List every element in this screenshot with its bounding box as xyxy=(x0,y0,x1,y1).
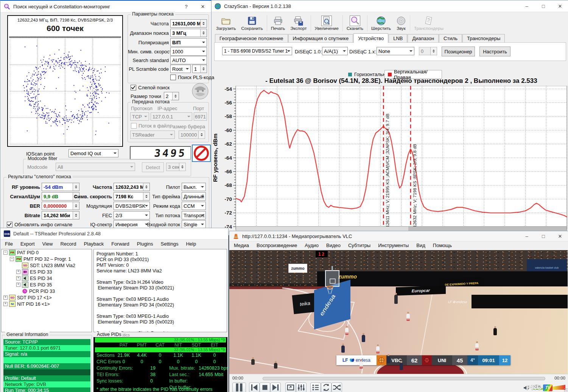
tree-item[interactable]: −PRPAT PID 0 xyxy=(2,249,92,256)
menu-item[interactable]: Record xyxy=(56,240,80,248)
tree-item[interactable]: −PMPMT PID 32 – Progr. 1 xyxy=(2,256,92,262)
positioner-button[interactable]: Позиционер xyxy=(442,47,475,56)
menu-item[interactable]: Help xyxy=(182,240,200,248)
stop-button[interactable] xyxy=(192,145,211,162)
toolbar-button[interactable]: Печать xyxy=(267,15,288,31)
toolbar-button[interactable]: Экспорт xyxy=(288,15,309,31)
tree-expander[interactable]: − xyxy=(3,250,8,255)
maximize-button[interactable]: □ xyxy=(535,231,552,241)
menu-item[interactable]: Субтитры xyxy=(344,241,374,250)
pl-code-stepper[interactable]: 1 xyxy=(192,65,207,73)
port-stepper[interactable]: 6971 xyxy=(194,112,207,121)
seek-slider[interactable] xyxy=(263,377,545,380)
resize-grip[interactable] xyxy=(564,388,568,392)
tab[interactable]: Устройство xyxy=(353,33,388,43)
vlc-titlebar[interactable]: http://127.0.0.1:1234 - Медиапроигрывате… xyxy=(229,231,568,241)
chart-scrollbar-thumb[interactable] xyxy=(236,227,408,231)
tree-item[interactable]: SDSDT: LN23 8MM Via2 xyxy=(2,262,92,269)
tree-item[interactable]: +ES PID 33 xyxy=(2,269,92,275)
toolbar-button[interactable]: Шерстить xyxy=(367,15,394,31)
video-area[interactable]: 12 zummo valencia basket club zummo DE E… xyxy=(229,250,568,374)
tree-expander[interactable]: + xyxy=(3,302,8,306)
tuner-select[interactable]: 1 - TBS 6908 DVBS/S2 Tuner 1 xyxy=(222,47,292,55)
tree-expander[interactable]: + xyxy=(3,296,8,300)
tab[interactable]: Информация о спутнике xyxy=(288,34,353,43)
spinner-arrows[interactable] xyxy=(172,92,179,100)
menu-item[interactable]: Видео xyxy=(322,241,344,250)
input-stream-select[interactable]: Single xyxy=(182,220,206,229)
spinner-arrows[interactable] xyxy=(200,65,207,73)
reader-select[interactable]: TSReader xyxy=(130,131,175,139)
menu-item[interactable]: Помощь xyxy=(429,241,456,250)
tab[interactable]: LNB xyxy=(389,34,407,43)
frame-type-select[interactable]: Длинный xyxy=(182,192,206,201)
help-button[interactable]: ? xyxy=(178,1,195,12)
polarization-select[interactable]: В/П xyxy=(170,38,207,47)
pls-search-checkbox[interactable] xyxy=(170,75,176,80)
tab[interactable]: Стиль xyxy=(439,34,462,43)
close-button[interactable]: ✕ xyxy=(195,1,211,12)
frequency-field[interactable]: 12631,000 МГц xyxy=(170,19,207,28)
menu-item[interactable]: Settings xyxy=(157,240,182,248)
menu-item[interactable]: Plugins xyxy=(133,240,157,248)
minimize-button[interactable]: – xyxy=(518,0,535,12)
spinner-arrows[interactable] xyxy=(430,47,437,55)
tab[interactable]: Географическое положение xyxy=(215,34,288,43)
menu-item[interactable]: Playback xyxy=(80,240,107,248)
tree-item[interactable]: PCR PID 33 xyxy=(2,288,92,294)
tab[interactable]: Диапазон xyxy=(408,34,439,43)
previous-button[interactable] xyxy=(249,383,260,392)
toolbar-button[interactable]: Сканить xyxy=(342,15,366,31)
tree-expander[interactable]: − xyxy=(10,257,14,261)
tree-item[interactable]: +SDSDT PID 17 <1> xyxy=(2,294,92,301)
range-field[interactable]: 3 МГц xyxy=(170,29,207,37)
loop-button[interactable] xyxy=(321,383,331,392)
menu-item[interactable]: Инструменты xyxy=(374,241,412,250)
diseqc10-select[interactable]: A/A(1) xyxy=(322,47,348,55)
crazyscan-titlebar[interactable]: CrazyScan - Версия 1.0.2.138 – □ ✕ xyxy=(211,0,568,12)
code-mode-select[interactable]: CCM xyxy=(182,202,206,210)
toolbar-button[interactable]: Звук xyxy=(394,15,409,31)
shuffle-button[interactable] xyxy=(331,383,342,392)
protocol-select[interactable]: TCP xyxy=(130,112,149,121)
tsreader-titlebar[interactable]: DVB Default -- TSReader Professional 2.8… xyxy=(0,228,228,240)
maximize-button[interactable]: □ xyxy=(535,0,552,12)
menu-item[interactable]: Вид xyxy=(412,241,429,250)
blind-search-checkbox[interactable] xyxy=(131,85,136,90)
stream-type-select[interactable]: Transport xyxy=(182,211,206,219)
spectrum-chart[interactable]: -54-56-58-60-62-64-66-68-70-72-7412611 M… xyxy=(211,86,568,235)
detect-interval-stepper[interactable]: 3 сек xyxy=(166,163,186,171)
next-button[interactable] xyxy=(270,383,281,392)
constellation-titlebar[interactable]: Поиск несущей и Constellation-мониторинг… xyxy=(0,1,211,12)
min-symrate-combo[interactable]: 1000 xyxy=(170,47,207,56)
iqscan-select[interactable]: Demod IQ out xyxy=(68,149,118,157)
extended-settings-button[interactable] xyxy=(296,383,307,392)
ip-field[interactable]: 127.0.0.1 xyxy=(151,112,192,121)
menu-item[interactable]: Export xyxy=(17,240,39,248)
menu-item[interactable]: File xyxy=(1,240,17,248)
toolbar-button[interactable]: Сохранить xyxy=(239,15,266,31)
search-standard-select[interactable]: AUTO xyxy=(170,56,207,64)
close-button[interactable]: ✕ xyxy=(552,0,568,12)
tree-item[interactable]: +NINIT PID 16 <1> xyxy=(2,301,92,307)
spinner-arrows[interactable] xyxy=(200,29,207,37)
detect-button[interactable]: Detect xyxy=(142,162,164,172)
pilot-select[interactable]: Выкл. xyxy=(182,183,206,191)
menu-item[interactable]: Forward xyxy=(107,240,133,248)
spinner-arrows[interactable] xyxy=(198,131,205,138)
close-button[interactable]: ✕ xyxy=(552,231,568,241)
pause-button[interactable] xyxy=(232,383,246,392)
tab[interactable]: Транспондеры xyxy=(462,34,505,43)
stop-button[interactable] xyxy=(260,383,270,392)
pl-mode-select[interactable]: Root xyxy=(170,65,191,73)
spinner-arrows[interactable] xyxy=(200,20,207,27)
playlist-button[interactable] xyxy=(310,383,321,392)
fullscreen-button[interactable] xyxy=(285,383,296,392)
tree-expander[interactable]: + xyxy=(16,276,20,280)
tree-expander[interactable]: + xyxy=(16,270,20,274)
diseqc1x-select[interactable]: None xyxy=(377,47,414,55)
toolbar-button[interactable]: Транспондеры xyxy=(410,15,446,31)
modcode-select[interactable]: All xyxy=(56,163,135,171)
update-signal-checkbox[interactable] xyxy=(7,222,12,227)
toolbar-button[interactable]: Увеличение xyxy=(311,15,341,31)
